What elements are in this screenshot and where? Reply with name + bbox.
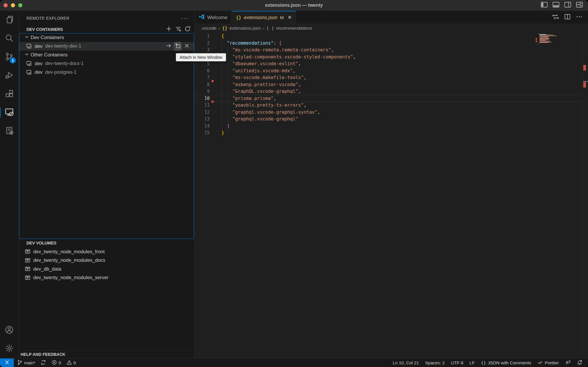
sidebar-more-actions-button[interactable]: ··· xyxy=(181,15,188,21)
token-punct: , xyxy=(331,47,334,53)
extensions-icon xyxy=(5,89,14,99)
minimap[interactable] xyxy=(537,32,583,141)
tree-item-volume[interactable]: dev_db_data xyxy=(19,265,194,274)
tab-label: Welcome xyxy=(207,15,227,20)
remote-indicator-icon xyxy=(4,359,10,366)
activity-item-accounts[interactable] xyxy=(0,321,19,340)
status-item-json-with-comments[interactable]: {}JSON with Comments xyxy=(480,360,533,365)
tree-group-row[interactable]: Other Containers xyxy=(19,51,194,59)
status-item-utf-8[interactable]: UTF-8 xyxy=(450,360,465,365)
line-number: 12 xyxy=(195,110,210,115)
tree-item-volume[interactable]: dev_twenty_node_modules_docs xyxy=(19,256,194,265)
volume-item-icon xyxy=(25,249,31,254)
breadcrumb-segment[interactable]: .vscode xyxy=(201,26,216,31)
close-tab-icon[interactable]: ✕ xyxy=(288,14,292,21)
token-string: "graphql.vscode-graphql" xyxy=(232,116,298,122)
status-item-0[interactable]: 0 xyxy=(65,360,77,366)
status-item-main-[interactable]: main* xyxy=(16,360,37,366)
overview-ruler[interactable] xyxy=(583,33,588,358)
activity-item-remote-explorer[interactable] xyxy=(0,103,19,122)
tab-welcome[interactable]: Welcome xyxy=(195,11,232,24)
filter-clear-icon[interactable] xyxy=(175,26,181,33)
panel-bottom-icon[interactable] xyxy=(552,1,560,10)
activity-item-explorer[interactable] xyxy=(0,11,19,29)
split-editor-icon[interactable] xyxy=(564,13,571,21)
tree-item-volume[interactable]: dev_twenty_node_modules_server xyxy=(19,273,194,282)
modified-marker-arrow-icon xyxy=(212,80,214,83)
status-item-spaces-2[interactable]: Spaces: 2 xyxy=(424,360,446,365)
status-item-lf[interactable]: LF xyxy=(468,360,476,365)
tree-group-row[interactable]: Dev Containers xyxy=(19,33,194,42)
status-item-sync[interactable] xyxy=(39,360,48,366)
panel-left-icon[interactable] xyxy=(540,1,548,10)
token-string: "ms-vscode-remote.remote-containers" xyxy=(232,47,331,53)
breadcrumb-segment[interactable]: extensions.json xyxy=(229,26,261,31)
activity-item-search[interactable] xyxy=(0,29,19,48)
maximize-window-button[interactable] xyxy=(18,3,22,7)
section-label: DEV CONTAINERS xyxy=(26,27,63,32)
layout-customize-icon[interactable] xyxy=(576,1,583,10)
activity-bar: 1 xyxy=(0,11,19,358)
token-string: "GraphQL.vscode-graphql" xyxy=(232,89,298,94)
tree-item-container[interactable]: devdev-twenty-dev-1 xyxy=(19,42,194,51)
minimap-line xyxy=(539,42,549,43)
status-item-ln-10-col-21[interactable]: Ln 10, Col 21 xyxy=(391,360,420,365)
vscode-window: extensions.json — twenty 1 REMOTE EXPLOR… xyxy=(0,0,588,367)
activity-item-source-control[interactable]: 1 xyxy=(0,48,19,66)
status-item-0[interactable]: 0 xyxy=(50,360,62,366)
container-name: dev xyxy=(35,43,43,49)
minimap-line xyxy=(538,44,539,44)
line-number: 1 xyxy=(195,33,210,39)
tree-item-volume[interactable]: dev_twenty_node_modules_front xyxy=(19,247,194,256)
section-header-help-and-feedback[interactable]: HELP AND FEEDBACK xyxy=(19,350,194,358)
tab-extensions-json[interactable]: {}extensions.jsonM✕ xyxy=(232,11,296,24)
tree-item-container[interactable]: devdev-twenty-docs-1 xyxy=(19,59,194,68)
activity-item-settings[interactable] xyxy=(0,340,19,358)
code-line-8: 8 "esbenp.prettier-vscode", xyxy=(195,81,588,88)
attach-window-icon[interactable] xyxy=(166,43,172,50)
editor-body[interactable]: 1{2 "recommendations": [3 "ms-vscode-rem… xyxy=(195,32,588,358)
array-symbol-icon: [ ] xyxy=(266,26,274,31)
run-debug-icon xyxy=(5,71,14,81)
breadcrumb-segment[interactable]: recommendations xyxy=(276,26,312,31)
tree-group-label: Other Containers xyxy=(31,52,68,58)
token-string: "prisma.prisma" xyxy=(232,96,273,101)
section-header-dev-volumes[interactable]: DEV VOLUMES xyxy=(19,239,194,247)
open-changes-icon[interactable] xyxy=(552,13,559,21)
token-punct: , xyxy=(298,89,301,94)
status-item-feedback[interactable] xyxy=(564,360,572,366)
activity-item-run-debug[interactable] xyxy=(0,66,19,85)
tree-item-container[interactable]: devdev-postgres-1 xyxy=(19,68,194,77)
line-content: } xyxy=(210,130,224,135)
tab-bar: Welcome{}extensions.jsonM✕ xyxy=(195,11,588,24)
token-key: "recommendations" xyxy=(227,41,274,46)
activity-item-dev-containers[interactable] xyxy=(0,122,19,140)
tooltip: Attach in New Window xyxy=(176,53,226,61)
close-window-button[interactable] xyxy=(4,3,8,7)
search-icon xyxy=(5,33,14,44)
close-icon[interactable] xyxy=(184,43,190,50)
volume-name: dev_twenty_node_modules_front xyxy=(33,249,105,254)
status-item-label: main* xyxy=(24,360,35,365)
more-actions-icon[interactable] xyxy=(576,13,583,21)
attach-new-window-icon[interactable] xyxy=(174,42,181,51)
token-string: "esbenp.prettier-vscode" xyxy=(232,82,298,87)
section-actions xyxy=(166,26,194,33)
panel-right-icon[interactable] xyxy=(564,1,572,10)
breadcrumb-separator: › xyxy=(218,26,220,31)
token-punct: , xyxy=(353,54,356,60)
activity-item-extensions[interactable] xyxy=(0,85,19,103)
status-item-prettier[interactable]: Prettier xyxy=(536,360,560,366)
status-item-bell-dot[interactable] xyxy=(575,360,584,366)
section-header-dev-containers[interactable]: DEV CONTAINERS xyxy=(19,25,194,33)
remote-indicator-button[interactable] xyxy=(0,358,14,367)
line-number: 11 xyxy=(195,103,210,108)
status-bar: main*00 Ln 10, Col 21Spaces: 2UTF-8LF{}J… xyxy=(0,358,588,367)
section-label: HELP AND FEEDBACK xyxy=(21,352,65,357)
plus-icon[interactable] xyxy=(166,26,172,33)
refresh-icon[interactable] xyxy=(184,26,191,33)
overview-ruler-marker xyxy=(583,65,586,71)
sidebar-header: REMOTE EXPLORER ··· xyxy=(19,11,194,25)
minimize-window-button[interactable] xyxy=(11,3,15,7)
sync-icon xyxy=(41,360,46,366)
